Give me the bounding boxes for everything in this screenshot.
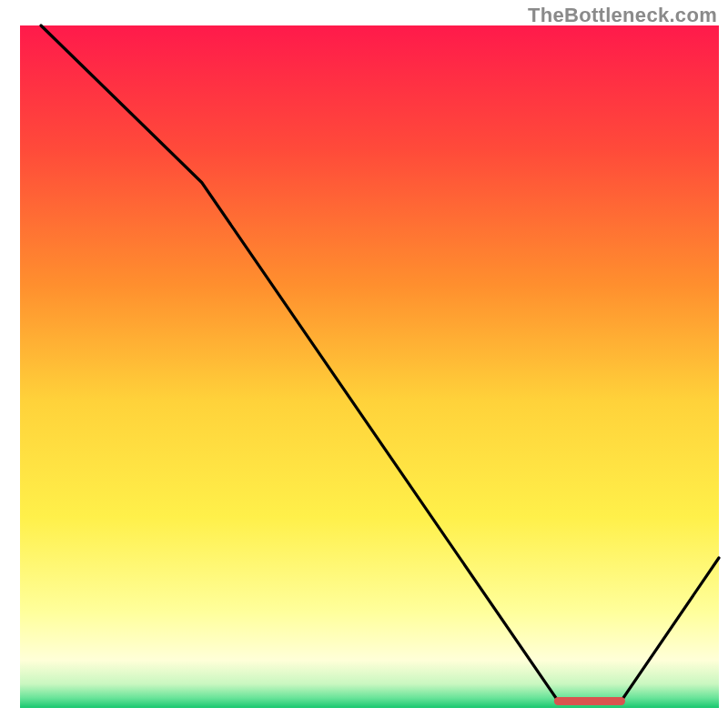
plot-background [20,25,719,708]
chart-stage: TheBottleneck.com [0,0,728,728]
bottleneck-chart [0,0,728,728]
